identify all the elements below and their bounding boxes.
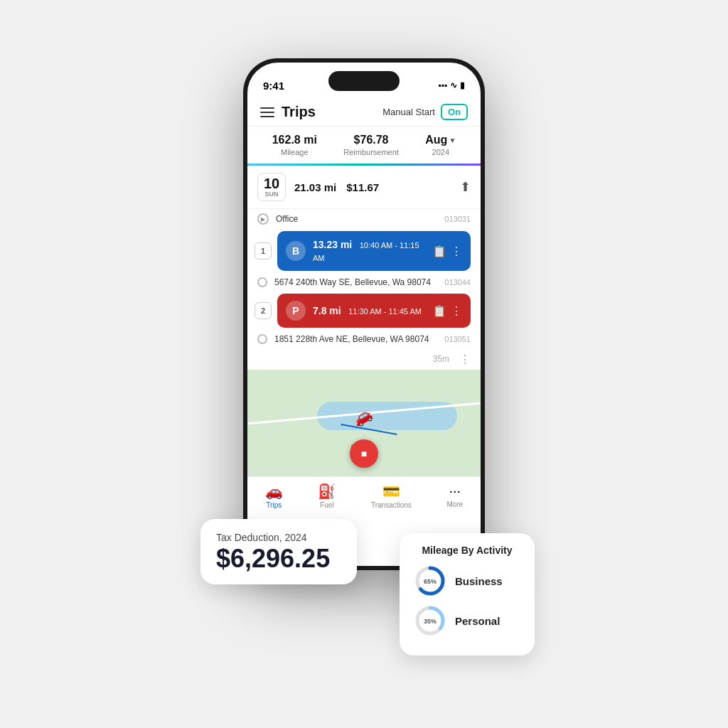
- location-row-2: 5674 240th Way SE, Bellevue, Wa 98074 01…: [247, 273, 481, 291]
- mileage-label: Mileage: [272, 148, 317, 156]
- status-time: 9:41: [263, 80, 284, 92]
- business-label: Business: [455, 575, 503, 587]
- manual-start-label: Manual Start: [382, 107, 435, 117]
- stop-button[interactable]: ■: [350, 439, 378, 468]
- signal-icon: ▪▪▪: [438, 80, 447, 90]
- trip-distance-1: 13.23 mi: [313, 239, 352, 250]
- trip-letter-p: P: [286, 301, 306, 321]
- map-area: 🚗 📍 ■: [247, 370, 481, 476]
- reimbursement-value: $76.78: [343, 134, 399, 146]
- location-row-3: 1851 228th Ave NE, Bellevue, WA 98074 01…: [247, 330, 481, 348]
- trip-num-1: 1: [255, 242, 272, 259]
- location-code-1: 013031: [444, 215, 471, 223]
- wifi-icon: ∿: [450, 80, 457, 90]
- tax-label: Tax Deduction, 2024: [216, 532, 341, 543]
- day-amount: $11.67: [346, 181, 379, 193]
- trips-icon: 🚗: [265, 483, 283, 500]
- document-icon-2[interactable]: 📋: [432, 304, 446, 318]
- fuel-label: Fuel: [320, 501, 333, 509]
- location-row-office: ▶ Office 013031: [247, 209, 481, 229]
- status-icons: ▪▪▪ ∿ ▮: [438, 80, 465, 90]
- trip-time-2: 11:30 AM - 11:45 AM: [348, 307, 422, 316]
- map-background: 🚗 📍 ■: [247, 370, 481, 476]
- personal-label: Personal: [455, 615, 500, 627]
- more-icon-3[interactable]: ⋮: [459, 353, 471, 366]
- phone-shell: 9:41 ▪▪▪ ∿ ▮ Trips Manual Start On: [243, 58, 485, 570]
- trip-list: ▶ Office 013031 1 B 13.23 mi 10:40 AM - …: [247, 209, 481, 370]
- export-icon[interactable]: ⬆: [460, 179, 471, 195]
- trip-card-2[interactable]: P 7.8 mi 11:30 AM - 11:45 AM 📋 ⋮: [277, 294, 471, 328]
- trip-info-1: 13.23 mi 10:40 AM - 11:15 AM: [313, 238, 425, 264]
- bottom-nav: 🚗 Trips ⛽ Fuel 💳 Transactions ··· More: [247, 476, 481, 518]
- trip-actions-2: 📋 ⋮: [432, 304, 462, 318]
- top-bar: Trips Manual Start On: [247, 98, 481, 127]
- reimbursement-label: Reimbursement: [343, 148, 399, 156]
- month-value: Aug: [425, 134, 447, 146]
- trip-info-2: 7.8 mi 11:30 AM - 11:45 AM: [313, 304, 425, 317]
- location-code-3: 013051: [444, 335, 471, 343]
- nav-trips[interactable]: 🚗 Trips: [265, 483, 283, 509]
- nav-more[interactable]: ··· More: [446, 483, 463, 509]
- svg-text:35%: 35%: [424, 618, 437, 625]
- trip-row-2: 2 P 7.8 mi 11:30 AM - 11:45 AM 📋 ⋮: [247, 291, 481, 330]
- nav-transactions[interactable]: 💳 Transactions: [371, 483, 412, 509]
- more-icon-1[interactable]: ⋮: [451, 245, 462, 258]
- more-nav-icon: ···: [449, 483, 461, 499]
- day-box: 10 SUN: [257, 173, 286, 201]
- tax-deduction-card: Tax Deduction, 2024 $6,296.25: [200, 519, 357, 584]
- mileage-value: 162.8 mi: [272, 134, 317, 146]
- stats-bar: 162.8 mi Mileage $76.78 Reimbursement Au…: [247, 127, 481, 166]
- personal-mileage-row: 35% Personal: [414, 604, 520, 637]
- day-header: 10 SUN 21.03 mi $11.67 ⬆: [247, 166, 481, 209]
- day-name: SUN: [258, 191, 285, 198]
- document-icon-1[interactable]: 📋: [432, 245, 446, 258]
- mileage-card: Mileage By Activity 65% Business 35% Per…: [400, 533, 535, 655]
- chevron-down-icon: ▼: [449, 136, 456, 144]
- tax-amount: $6,296.25: [216, 546, 341, 572]
- nav-fuel[interactable]: ⛽ Fuel: [318, 483, 336, 509]
- mileage-stat: 162.8 mi Mileage: [272, 134, 317, 156]
- menu-button[interactable]: [260, 107, 274, 117]
- business-donut-chart: 65%: [414, 564, 446, 597]
- duration-value: 35m: [423, 351, 459, 367]
- page-title: Trips: [282, 104, 316, 120]
- timeline-play-icon: ▶: [257, 213, 269, 225]
- fuel-icon: ⛽: [318, 483, 336, 500]
- trip-distance-2: 7.8 mi: [313, 305, 341, 316]
- svg-text:65%: 65%: [424, 578, 437, 585]
- more-label: More: [446, 500, 463, 508]
- trip-actions-1: 📋 ⋮: [432, 245, 462, 258]
- dynamic-island: [328, 71, 400, 91]
- day-stats: 21.03 mi $11.67: [294, 181, 451, 193]
- location-text-2: 5674 240th Way SE, Bellevue, Wa 98074: [274, 277, 437, 287]
- manual-start-area: Manual Start On: [382, 104, 468, 120]
- transactions-label: Transactions: [371, 501, 412, 509]
- reimbursement-stat: $76.78 Reimbursement: [343, 134, 399, 156]
- mileage-card-title: Mileage By Activity: [414, 545, 520, 556]
- year-value: 2024: [425, 148, 456, 156]
- day-distance: 21.03 mi: [294, 181, 336, 193]
- app-scene: 9:41 ▪▪▪ ∿ ▮ Trips Manual Start On: [215, 58, 513, 670]
- business-mileage-row: 65% Business: [414, 564, 520, 597]
- personal-donut-chart: 35%: [414, 604, 446, 637]
- timeline-dot-2: [257, 277, 267, 287]
- manual-start-toggle[interactable]: On: [441, 104, 468, 120]
- location-code-2: 013044: [444, 278, 471, 287]
- trip-card-1[interactable]: B 13.23 mi 10:40 AM - 11:15 AM 📋 ⋮: [277, 231, 471, 271]
- battery-icon: ▮: [460, 80, 465, 90]
- phone-screen: 9:41 ▪▪▪ ∿ ▮ Trips Manual Start On: [247, 63, 481, 566]
- trip-row-1: 1 B 13.23 mi 10:40 AM - 11:15 AM 📋 ⋮: [247, 229, 481, 273]
- transactions-icon: 💳: [382, 483, 400, 500]
- trip-num-2: 2: [255, 302, 272, 319]
- trip-letter-b: B: [286, 241, 306, 261]
- duration-row: 35m ⋮: [247, 348, 481, 370]
- month-stat[interactable]: Aug ▼ 2024: [425, 134, 456, 156]
- location-text-3: 1851 228th Ave NE, Bellevue, WA 98074: [274, 334, 437, 344]
- location-office: Office: [276, 214, 437, 224]
- more-icon-2[interactable]: ⋮: [451, 304, 462, 318]
- timeline-dot-3: [257, 334, 267, 344]
- trips-label: Trips: [266, 501, 282, 509]
- day-number: 10: [258, 176, 285, 191]
